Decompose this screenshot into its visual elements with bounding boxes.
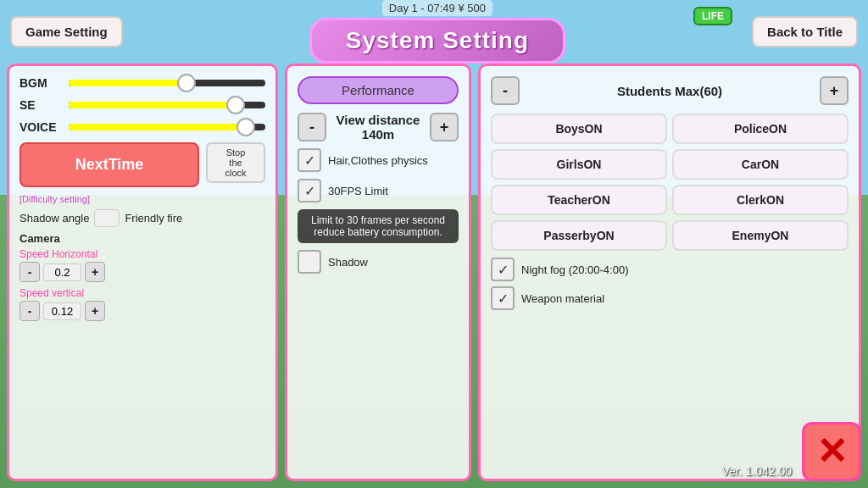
voice-slider-row: VOICE — [19, 120, 265, 134]
day-info: Day 1 - 07:49 ¥ 500 — [382, 0, 492, 16]
speed-vertical-minus-button[interactable]: - — [19, 301, 40, 321]
shadow-angle-input[interactable]: 0 — [94, 209, 120, 227]
hair-clothes-label: Hair,Clothes physics — [328, 154, 428, 167]
view-distance-plus-button[interactable]: + — [430, 113, 459, 141]
toggle-grid: BoysON PoliceON GirlsON CarON TeacherON … — [491, 114, 849, 251]
stop-clock-box: Stop the clock — [206, 142, 265, 183]
left-panel: BGM SE VOICE NextTime Stop the clo — [7, 64, 278, 481]
close-icon: ✕ — [816, 433, 848, 470]
voice-thumb[interactable] — [236, 118, 255, 136]
passerby-toggle-button[interactable]: PasserbyON — [491, 220, 667, 251]
hair-clothes-checkbox[interactable]: ✓ — [298, 148, 321, 172]
speed-horizontal-label: Speed Horizontal — [19, 248, 265, 260]
fps-limit-row: ✓ 30FPS Limit — [298, 179, 459, 202]
car-toggle-button[interactable]: CarON — [672, 149, 849, 180]
se-thumb[interactable] — [226, 96, 245, 114]
view-distance-label: View distance 140m — [326, 113, 430, 141]
students-max-row: - Students Max(60) + — [491, 76, 849, 105]
voice-label: VOICE — [19, 120, 62, 134]
speed-vertical-row: - 0.12 + — [19, 301, 265, 321]
system-setting-title: System Setting — [309, 18, 565, 64]
speed-horizontal-value: 0.2 — [43, 263, 81, 281]
se-slider-row: SE — [19, 98, 265, 112]
title-area: Day 1 - 07:49 ¥ 500 System Setting — [309, 0, 565, 64]
bgm-fill — [69, 80, 186, 86]
clerk-toggle-button[interactable]: ClerkON — [672, 185, 849, 215]
night-fog-label: Night fog (20:00-4:00) — [521, 263, 628, 276]
girls-toggle-button[interactable]: GirlsON — [491, 149, 667, 180]
bgm-slider-track[interactable] — [69, 80, 265, 86]
next-time-button[interactable]: NextTime — [19, 142, 199, 187]
enemy-toggle-button[interactable]: EnemyON — [672, 220, 849, 251]
students-plus-button[interactable]: + — [820, 76, 849, 105]
se-slider-track[interactable] — [69, 102, 265, 108]
students-minus-button[interactable]: - — [491, 76, 520, 105]
students-max-label: Students Max(60) — [526, 84, 813, 98]
back-to-title-button[interactable]: Back to Title — [752, 16, 858, 47]
weapon-checkbox[interactable]: ✓ — [491, 286, 515, 310]
se-fill — [69, 102, 236, 108]
middle-panel: Performance - View distance 140m + ✓ Hai… — [285, 64, 471, 481]
speed-vertical-value: 0.12 — [43, 302, 81, 320]
shadow-row: Shadow — [298, 250, 459, 274]
speed-vertical-label: Speed vertical — [19, 287, 265, 299]
teacher-toggle-button[interactable]: TeacherON — [491, 185, 667, 215]
police-toggle-button[interactable]: PoliceON — [672, 114, 849, 144]
game-setting-button[interactable]: Game Setting — [10, 16, 123, 47]
next-time-row: NextTime Stop the clock — [19, 142, 265, 187]
camera-section: Camera Speed Horizontal - 0.2 + Speed ve… — [19, 232, 265, 321]
night-fog-checkbox[interactable]: ✓ — [491, 258, 515, 281]
difficulty-label: [Difficulty setting] — [19, 194, 265, 204]
shadow-label: Shadow — [328, 256, 368, 269]
speed-horizontal-minus-button[interactable]: - — [19, 262, 40, 282]
weapon-label: Weapon material — [521, 292, 604, 305]
view-distance-row: - View distance 140m + — [298, 113, 459, 141]
top-bar: Game Setting Day 1 - 07:49 ¥ 500 System … — [0, 0, 868, 64]
hair-clothes-row: ✓ Hair,Clothes physics — [298, 148, 459, 172]
night-fog-row: ✓ Night fog (20:00-4:00) — [491, 258, 849, 281]
fps-limit-label: 30FPS Limit — [328, 185, 388, 197]
speed-horizontal-row: - 0.2 + — [19, 262, 265, 282]
voice-fill — [69, 124, 246, 130]
se-label: SE — [19, 98, 62, 112]
life-badge: LIFE — [693, 7, 732, 25]
fps-limit-checkbox[interactable]: ✓ — [298, 179, 321, 202]
close-button[interactable]: ✕ — [802, 422, 861, 481]
bgm-slider-row: BGM — [19, 76, 265, 90]
camera-label: Camera — [19, 232, 265, 245]
shadow-angle-row: Shadow angle 0 Friendly fire — [19, 209, 265, 227]
version-text: Ver. 1.042.00 — [721, 464, 792, 478]
shadow-angle-label: Shadow angle — [19, 212, 89, 225]
bgm-label: BGM — [19, 76, 62, 90]
fps-tooltip: Limit to 30 frames per second reduce bat… — [298, 209, 459, 243]
speed-vertical-plus-button[interactable]: + — [85, 301, 105, 321]
speed-horizontal-plus-button[interactable]: + — [85, 262, 105, 282]
right-panel: - Students Max(60) + BoysON PoliceON Gir… — [478, 64, 861, 481]
shadow-checkbox[interactable] — [298, 250, 321, 274]
voice-slider-track[interactable] — [69, 124, 265, 130]
friendly-fire-label: Friendly fire — [125, 212, 182, 225]
bgm-thumb[interactable] — [177, 74, 196, 92]
weapon-row: ✓ Weapon material — [491, 286, 849, 310]
panels: BGM SE VOICE NextTime Stop the clo — [7, 64, 861, 481]
boys-toggle-button[interactable]: BoysON — [491, 114, 667, 144]
view-distance-minus-button[interactable]: - — [298, 113, 326, 141]
performance-button[interactable]: Performance — [298, 76, 459, 104]
